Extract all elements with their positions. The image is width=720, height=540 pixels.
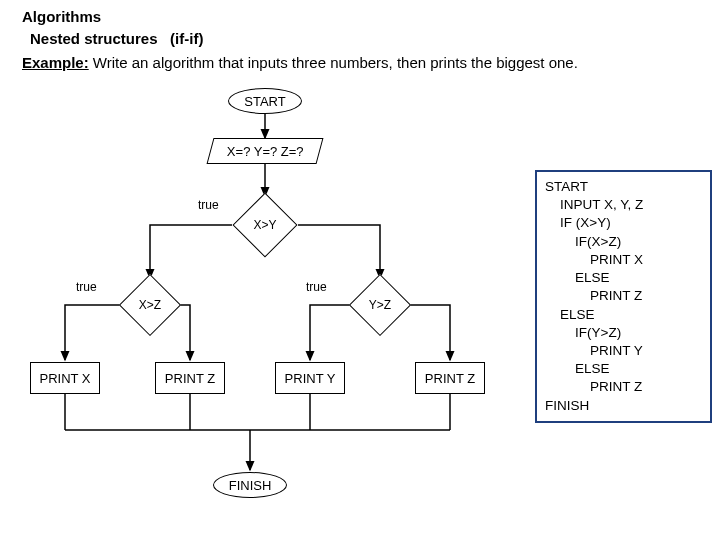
flow-cond-xy: X>Y <box>232 192 297 257</box>
flow-cond-yz: Y>Z <box>349 274 411 336</box>
flow-print-y: PRINT Y <box>275 362 345 394</box>
true-label-xy: true <box>198 198 219 212</box>
flow-cond-yz-label: Y>Z <box>369 298 391 312</box>
flow-input-label: X=? Y=? Z=? <box>227 144 304 159</box>
flow-print-z-left-label: PRINT Z <box>165 371 215 386</box>
flow-input: X=? Y=? Z=? <box>207 138 324 164</box>
flow-start-label: START <box>244 94 285 109</box>
flow-print-x-label: PRINT X <box>39 371 90 386</box>
flow-finish-label: FINISH <box>229 478 272 493</box>
flow-start: START <box>228 88 302 114</box>
true-label-yz: true <box>306 280 327 294</box>
flow-cond-xz-label: X>Z <box>139 298 161 312</box>
true-label-xz: true <box>76 280 97 294</box>
pseudocode-box: START INPUT X, Y, Z IF (X>Y) IF(X>Z) PRI… <box>535 170 712 423</box>
flow-cond-xz: X>Z <box>119 274 181 336</box>
flow-print-x: PRINT X <box>30 362 100 394</box>
flow-print-z-right-label: PRINT Z <box>425 371 475 386</box>
flow-print-y-label: PRINT Y <box>285 371 336 386</box>
flow-print-z-right: PRINT Z <box>415 362 485 394</box>
flow-cond-xy-label: X>Y <box>253 218 276 232</box>
flow-print-z-left: PRINT Z <box>155 362 225 394</box>
flow-finish: FINISH <box>213 472 287 498</box>
